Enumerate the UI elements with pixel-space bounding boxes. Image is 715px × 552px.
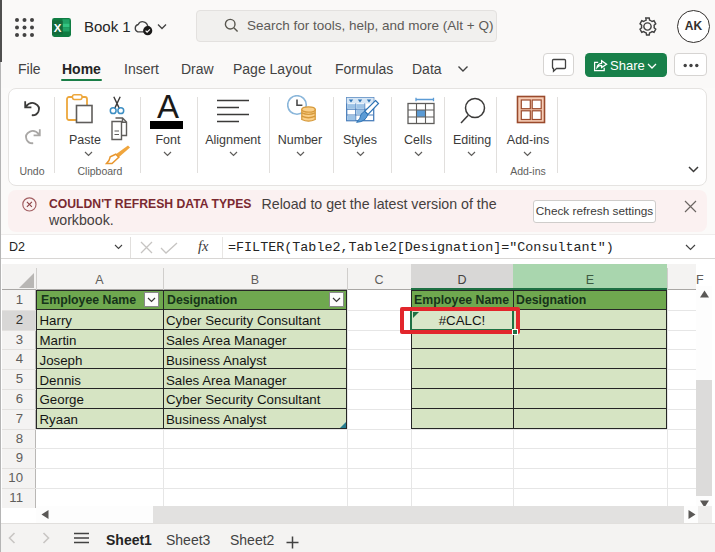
- svg-text:X: X: [54, 22, 62, 34]
